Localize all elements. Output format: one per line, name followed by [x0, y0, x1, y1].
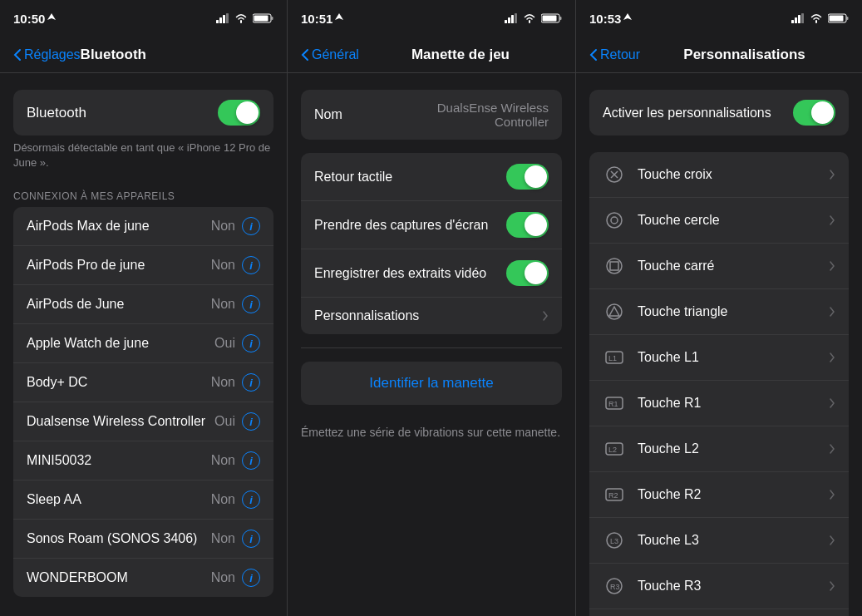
info-icon[interactable]: i — [242, 217, 260, 235]
device-item[interactable]: Dualsense Wireless Controller Oui i — [13, 402, 273, 441]
bluetooth-toggle-row[interactable]: Bluetooth — [13, 90, 273, 136]
l1-icon: L1 — [603, 346, 626, 369]
back-button-bluetooth[interactable]: Réglages — [13, 47, 81, 62]
perso-item-label: Touche R3 — [638, 579, 829, 594]
perso-item-label: Touche L2 — [638, 441, 829, 456]
section-my-devices: CONNEXION À MES APPAREILS — [0, 184, 287, 207]
perso-item[interactable]: L2 Touche L2 — [589, 426, 849, 472]
activate-label: Activer les personnalisations — [603, 106, 771, 121]
info-icon[interactable]: i — [242, 412, 260, 431]
info-icon[interactable]: i — [242, 373, 260, 392]
device-item[interactable]: Sonos Roam (SONOS 3406) Non i — [13, 520, 273, 559]
separator — [301, 347, 562, 348]
back-button-perso[interactable]: Retour — [589, 47, 640, 62]
info-icon[interactable]: i — [242, 256, 260, 274]
svg-point-27 — [607, 213, 622, 228]
captures-toggle[interactable] — [506, 212, 549, 238]
l2-icon: L2 — [603, 437, 626, 461]
svg-rect-1 — [216, 20, 219, 23]
device-item[interactable]: Body+ DC Non i — [13, 363, 273, 402]
svg-rect-12 — [515, 13, 517, 23]
device-status: Non — [211, 258, 235, 273]
info-icon[interactable]: i — [242, 295, 260, 313]
info-icon[interactable]: i — [242, 490, 260, 509]
personnalisations-panel: 10:53 Retour — [575, 0, 862, 616]
perso-items-list: Touche croix Touche cercle Touche carré … — [589, 152, 849, 616]
chevron-left-icon — [13, 48, 22, 62]
svg-text:L3: L3 — [610, 537, 618, 545]
devices-list: AirPods Max de june Non i AirPods Pro de… — [13, 207, 273, 597]
perso-item[interactable]: Touche carré — [589, 244, 849, 289]
chevron-right-icon — [829, 214, 835, 226]
device-item[interactable]: Apple Watch de june Oui i — [13, 324, 273, 363]
bluetooth-toggle[interactable] — [218, 100, 260, 126]
device-name: WONDERBOOM — [27, 570, 128, 585]
perso-item[interactable]: Touche croix — [589, 152, 849, 198]
perso-item[interactable]: R2 Touche R2 — [589, 472, 849, 518]
device-item[interactable]: AirPods Max de june Non i — [13, 207, 273, 246]
svg-rect-18 — [795, 17, 797, 23]
retour-tactile-row[interactable]: Retour tactile — [301, 153, 562, 201]
identify-button[interactable]: Identifier la manette — [301, 362, 562, 405]
device-item[interactable]: AirPods Pro de june Non i — [13, 246, 273, 285]
device-item[interactable]: MINI50032 Non i — [13, 441, 273, 480]
perso-item[interactable]: L1 Touche L1 — [589, 335, 849, 381]
info-icon[interactable]: i — [242, 334, 260, 352]
device-item[interactable]: WONDERBOOM Non i — [13, 559, 273, 597]
perso-item[interactable]: R1 Touche R1 — [589, 381, 849, 426]
activate-toggle-row[interactable]: Activer les personnalisations — [589, 90, 849, 136]
chevron-right-icon — [829, 580, 835, 592]
back-button-manette[interactable]: Général — [301, 47, 359, 62]
nom-label: Nom — [314, 107, 342, 122]
svg-rect-15 — [543, 16, 557, 22]
info-icon[interactable]: i — [242, 569, 260, 587]
extraits-row[interactable]: Enregistrer des extraits vidéo — [301, 249, 562, 298]
r1-icon: R1 — [603, 392, 626, 415]
extraits-toggle[interactable] — [506, 260, 549, 286]
svg-text:L2: L2 — [608, 446, 617, 454]
perso-item-label: Touche R2 — [638, 487, 829, 502]
perso-item[interactable]: Touche triangle — [589, 289, 849, 335]
device-item[interactable]: AirPods de June Non i — [13, 285, 273, 324]
svg-text:L1: L1 — [608, 354, 617, 362]
time-perso: 10:53 — [589, 12, 632, 26]
svg-rect-11 — [511, 15, 514, 23]
perso-item[interactable]: Touche cercle — [589, 198, 849, 244]
perso-item[interactable]: Pavé tactile — [589, 609, 849, 616]
svg-marker-8 — [335, 13, 343, 20]
location-icon-perso — [623, 13, 632, 23]
svg-text:R2: R2 — [608, 491, 618, 500]
perso-item-label: Touche L1 — [638, 350, 829, 365]
device-status: Non — [211, 492, 235, 507]
nom-group: Nom DualsEnse Wireless Controller — [301, 90, 562, 140]
captures-row[interactable]: Prendre des captures d'écran — [301, 201, 562, 249]
svg-rect-23 — [830, 16, 844, 22]
svg-rect-10 — [508, 17, 510, 23]
perso-item[interactable]: L3 Touche L3 — [589, 518, 849, 564]
svg-rect-4 — [226, 13, 229, 23]
activate-toggle[interactable] — [793, 100, 835, 126]
device-status: Non — [211, 453, 235, 468]
bluetooth-label: Bluetooth — [27, 105, 86, 121]
perso-item-label: Touche croix — [638, 167, 829, 182]
info-icon[interactable]: i — [242, 530, 260, 548]
device-item[interactable]: Sleep AA Non i — [13, 480, 273, 520]
device-status-area: Non i — [211, 530, 260, 548]
manette-content: Nom DualsEnse Wireless Controller Retour… — [288, 73, 575, 616]
perso-item[interactable]: R3 Touche R3 — [589, 564, 849, 609]
nav-bar-manette: Général Manette de jeu — [288, 37, 575, 73]
location-icon-manette — [335, 13, 343, 23]
info-icon[interactable]: i — [242, 451, 260, 470]
device-name: MINI50032 — [27, 453, 91, 468]
retour-tactile-toggle[interactable] — [506, 164, 549, 190]
svg-point-29 — [607, 259, 622, 274]
svg-rect-14 — [560, 17, 562, 20]
perso-item-label: Touche cercle — [638, 213, 829, 228]
manette-settings-group: Retour tactile Prendre des captures d'éc… — [301, 153, 562, 334]
device-name: AirPods de June — [27, 297, 124, 312]
personnalisations-row[interactable]: Personnalisations — [301, 298, 562, 334]
chevron-right-icon — [829, 260, 835, 272]
device-status-area: Non i — [211, 295, 260, 313]
chevron-right-icon — [829, 306, 835, 318]
circle-icon — [603, 209, 626, 232]
